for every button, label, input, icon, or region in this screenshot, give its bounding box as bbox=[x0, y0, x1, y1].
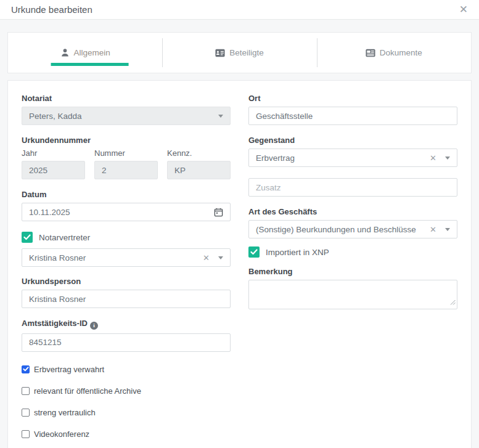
active-tab-underline bbox=[51, 63, 129, 66]
tab-label: Beteiligte bbox=[229, 48, 264, 57]
art-select[interactable]: (Sonstige) Beurkundungen und Beschlüsse … bbox=[248, 220, 457, 238]
checkbox-relevant-archive[interactable]: relevant für öffentliche Archive bbox=[22, 386, 231, 396]
jahr-field-group: Jahr bbox=[22, 149, 85, 179]
info-icon[interactable]: i bbox=[90, 322, 98, 330]
notarvertreter-value: Kristina Rosner bbox=[29, 253, 194, 263]
nummer-input bbox=[94, 161, 158, 179]
tab-bar: Allgemein Beteiligte Dokumente bbox=[7, 32, 472, 73]
ort-input[interactable] bbox=[248, 107, 457, 125]
amtsid-input[interactable] bbox=[22, 333, 231, 352]
ort-label: Ort bbox=[248, 94, 457, 103]
urkundsperson-group: Urkundsperson bbox=[22, 277, 231, 308]
dialog-header: Urkunde bearbeiten ✕ bbox=[0, 0, 479, 20]
bemerkung-textarea[interactable] bbox=[248, 280, 457, 309]
tab-dokumente[interactable]: Dokumente bbox=[317, 33, 471, 73]
amtsid-label: Amtstätigkeits-IDi bbox=[22, 319, 231, 330]
gegenstand-select[interactable]: Erbvertrag ✕ bbox=[248, 149, 457, 167]
chevron-down-icon[interactable] bbox=[445, 157, 450, 160]
checkbox-checked-icon bbox=[22, 365, 30, 373]
chevron-down-icon[interactable] bbox=[218, 256, 223, 259]
document-icon bbox=[366, 49, 375, 57]
gegenstand-group: Gegenstand Erbvertrag ✕ bbox=[248, 136, 457, 167]
close-icon[interactable]: ✕ bbox=[457, 3, 470, 16]
urkundsperson-label: Urkundsperson bbox=[22, 277, 231, 286]
notariat-select: Peters, Kadda bbox=[22, 107, 231, 125]
urkundennummer-label: Urkundennummer bbox=[22, 136, 231, 145]
amtsid-group: Amtstätigkeits-IDi bbox=[22, 319, 231, 352]
checkbox-unchecked-icon bbox=[22, 409, 30, 417]
form-column-right: Ort Gegenstand Erbvertrag ✕ Art des Gesc… bbox=[248, 94, 457, 448]
urkundennummer-group: Urkundennummer Jahr Nummer Kennz. bbox=[22, 136, 231, 179]
art-group: Art des Geschäfts (Sonstige) Beurkundung… bbox=[248, 207, 457, 238]
clear-icon[interactable]: ✕ bbox=[430, 226, 436, 234]
form-card: Notariat Peters, Kadda Urkundennummer Ja… bbox=[7, 80, 472, 448]
form-column-left: Notariat Peters, Kadda Urkundennummer Ja… bbox=[22, 94, 231, 448]
notarvertreter-checkbox[interactable]: Notarvertreter bbox=[22, 232, 231, 243]
chevron-down-icon[interactable] bbox=[445, 228, 450, 231]
nummer-field-group: Nummer bbox=[94, 149, 158, 179]
notarvertreter-select[interactable]: Kristina Rosner ✕ bbox=[22, 248, 231, 267]
user-icon bbox=[60, 48, 70, 57]
urkundsperson-input[interactable] bbox=[22, 290, 231, 308]
nummer-label: Nummer bbox=[94, 149, 158, 158]
id-card-icon bbox=[215, 49, 225, 57]
calendar-icon[interactable] bbox=[214, 208, 223, 217]
jahr-input bbox=[22, 161, 85, 179]
jahr-label: Jahr bbox=[22, 149, 85, 158]
art-label: Art des Geschäfts bbox=[248, 207, 457, 216]
datum-input[interactable]: 10.11.2025 bbox=[22, 203, 231, 221]
kennz-input bbox=[167, 161, 231, 179]
checkbox-erbvertrag-verwahrt[interactable]: Erbvertrag verwahrt bbox=[22, 365, 231, 374]
tab-label: Dokumente bbox=[380, 48, 422, 57]
dialog-title: Urkunde bearbeiten bbox=[11, 4, 92, 15]
clear-icon[interactable]: ✕ bbox=[430, 154, 436, 162]
notariat-group: Notariat Peters, Kadda bbox=[22, 94, 231, 125]
tab-label: Allgemein bbox=[74, 48, 110, 57]
datum-value: 10.11.2025 bbox=[29, 208, 205, 217]
zusatz-input[interactable] bbox=[248, 178, 457, 197]
chevron-down-icon bbox=[218, 115, 223, 118]
ort-group: Ort bbox=[248, 94, 457, 125]
tab-allgemein[interactable]: Allgemein bbox=[8, 33, 162, 73]
kennz-label: Kennz. bbox=[167, 149, 231, 158]
importiert-xnp-checkbox[interactable]: Importiert in XNP bbox=[248, 246, 457, 258]
checkbox-unchecked-icon bbox=[22, 430, 30, 438]
bemerkung-label: Bemerkung bbox=[248, 267, 457, 276]
zusatz-group bbox=[248, 178, 457, 197]
importiert-xnp-label: Importiert in XNP bbox=[266, 248, 329, 257]
flags-checkbox-list: Erbvertrag verwahrt relevant für öffentl… bbox=[22, 365, 231, 448]
bemerkung-group: Bemerkung bbox=[248, 267, 457, 309]
checkbox-unchecked-icon bbox=[22, 387, 30, 395]
checkbox-streng-vertraulich[interactable]: streng vertraulich bbox=[22, 408, 231, 417]
tab-beteiligte[interactable]: Beteiligte bbox=[162, 33, 316, 73]
art-value: (Sonstige) Beurkundungen und Beschlüsse bbox=[256, 225, 421, 234]
checkbox-videokonferenz[interactable]: Videokonferenz bbox=[22, 430, 231, 439]
clear-icon[interactable]: ✕ bbox=[203, 254, 210, 262]
datum-group: Datum 10.11.2025 bbox=[22, 190, 231, 221]
dialog-body: Allgemein Beteiligte Dokumente Notariat … bbox=[0, 20, 479, 448]
gegenstand-label: Gegenstand bbox=[248, 136, 457, 145]
kennz-field-group: Kennz. bbox=[167, 149, 231, 179]
notariat-value: Peters, Kadda bbox=[29, 112, 210, 121]
notariat-label: Notariat bbox=[22, 94, 231, 103]
checkbox-checked-icon bbox=[22, 232, 33, 243]
notarvertreter-group: Notarvertreter Kristina Rosner ✕ bbox=[22, 232, 231, 267]
gegenstand-value: Erbvertrag bbox=[256, 153, 421, 163]
checkbox-checked-icon bbox=[248, 246, 260, 258]
datum-label: Datum bbox=[22, 190, 231, 199]
notarvertreter-checkbox-label: Notarvertreter bbox=[39, 233, 90, 242]
